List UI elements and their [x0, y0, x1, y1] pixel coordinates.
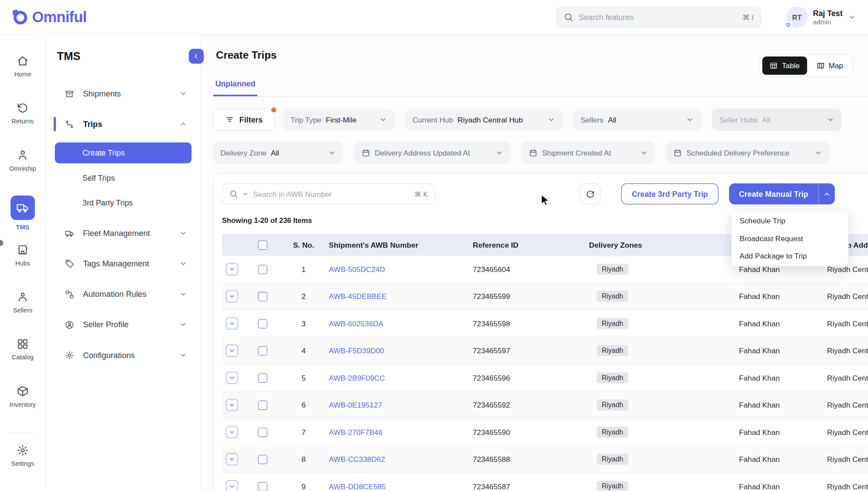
menu-item-schedule-trip[interactable]: Schedule Trip — [732, 212, 848, 229]
shipment-created-dropdown[interactable]: Shipment Created At — [521, 142, 655, 164]
row-serial: 8 — [283, 455, 324, 463]
row-checkbox[interactable] — [257, 373, 267, 383]
table-view-button[interactable]: Table — [762, 56, 807, 75]
sidebar-item-hubs[interactable]: Hubs — [3, 244, 43, 277]
row-checkbox[interactable] — [257, 265, 267, 274]
chevron-down-icon[interactable] — [848, 13, 856, 21]
awb-link[interactable]: AWB-45DEBBEE — [329, 292, 386, 301]
row-checkbox[interactable] — [257, 428, 267, 437]
menu-item-broadcast-request[interactable]: Broadcast Request — [732, 229, 848, 247]
seller-hubs-dropdown[interactable]: Seller Hubs All — [712, 109, 842, 131]
filters-button[interactable]: Filters — [213, 109, 275, 131]
tab-unplanned[interactable]: Unplanned — [213, 79, 257, 96]
sidebar-collapse-button[interactable] — [189, 49, 204, 63]
awb-link[interactable]: AWB-CC338D62 — [329, 455, 385, 463]
row-expand-button[interactable] — [226, 345, 238, 357]
menu-item-fleet-management[interactable]: Fleet Management — [55, 221, 191, 246]
create-manual-trip-split-button: Create Manual Trip — [729, 183, 835, 204]
row-expand-button[interactable] — [226, 426, 238, 438]
trip-type-dropdown[interactable]: Trip Type First-Mile — [284, 109, 394, 131]
row-checkbox[interactable] — [257, 482, 267, 491]
delivery-zone-badge: Riyadh — [597, 454, 628, 464]
sidebar-item-settings[interactable]: Settings — [3, 445, 43, 478]
delivery-zone-badge: Riyadh — [597, 481, 628, 491]
logo[interactable]: Omniful — [12, 9, 86, 26]
sidebar-item-home[interactable]: Home — [3, 55, 43, 88]
global-search[interactable]: ⌘ / — [555, 7, 761, 27]
create-manual-trip-button[interactable]: Create Manual Trip — [729, 183, 818, 204]
submenu-item-3rd-party-trips[interactable]: 3rd Party Trips — [55, 192, 191, 213]
submenu-item-self-trips[interactable]: Self Trips — [55, 167, 191, 188]
row-expand-button[interactable] — [226, 290, 238, 302]
sidebar-item-tms[interactable]: TMS — [3, 196, 43, 230]
configurations-gear-icon — [65, 350, 74, 360]
awb-link[interactable]: AWB-505DC24D — [329, 265, 385, 273]
row-expand-button[interactable] — [226, 480, 238, 491]
customer-name: Fahad Khan — [726, 292, 822, 301]
row-checkbox[interactable] — [257, 319, 267, 328]
customer-name: Fahad Khan — [726, 428, 822, 436]
menu-item-add-package-to-trip[interactable]: Add Package to Trip — [732, 247, 848, 265]
row-checkbox[interactable] — [257, 455, 267, 464]
awb-link[interactable]: AWB-DD8CE585 — [329, 482, 386, 491]
awb-search[interactable]: ⌘ K — [222, 183, 435, 204]
menu-item-seller-profile[interactable]: Seller Profile — [55, 312, 191, 337]
table-row[interactable]: 2 AWB-45DEBBEE 723465599 Riyadh Fahad Kh… — [222, 283, 868, 310]
delivery-zone-badge: Riyadh — [597, 264, 628, 275]
awb-link[interactable]: AWB-F5D39D00 — [329, 346, 384, 355]
current-hub-dropdown[interactable]: Current Hub Riyadh Central Hub — [405, 109, 562, 131]
select-all-checkbox[interactable] — [257, 240, 267, 250]
table-row[interactable]: 5 AWB-2B9F09CC 723465596 Riyadh Fahad Kh… — [222, 365, 868, 391]
row-checkbox[interactable] — [257, 292, 267, 301]
tab-bar: Unplanned — [213, 79, 868, 97]
user-role: admin — [813, 18, 842, 26]
reference-id: 723465588 — [469, 455, 585, 463]
chevron-down-icon — [686, 116, 694, 123]
row-expand-button[interactable] — [226, 263, 238, 275]
table-row[interactable]: 3 AWB-602536DA 723465598 Riyadh Fahad Kh… — [222, 310, 868, 337]
table-row[interactable]: 8 AWB-CC338D62 723465588 Riyadh Fahad Kh… — [222, 446, 868, 473]
refresh-button[interactable] — [580, 183, 601, 204]
sidebar-item-inventory[interactable]: Inventory — [3, 385, 43, 418]
delivery-zone-badge: Riyadh — [597, 291, 628, 302]
table-row[interactable]: 7 AWB-270F7B46 723465590 Riyadh Fahad Kh… — [222, 419, 868, 446]
user-menu[interactable]: RT ⚙ Raj Test admin — [786, 7, 856, 27]
sidebar-item-sellers[interactable]: Sellers — [3, 291, 43, 324]
awb-link[interactable]: AWB-602536DA — [329, 319, 383, 328]
map-icon — [816, 62, 825, 70]
menu-item-tags-management[interactable]: Tags Management — [55, 252, 191, 276]
row-checkbox[interactable] — [257, 346, 267, 355]
menu-item-automation-rules[interactable]: Automation Rules — [55, 282, 191, 306]
table-row[interactable]: 9 AWB-DD8CE585 723465587 Riyadh Fahad Kh… — [222, 473, 868, 491]
row-expand-button[interactable] — [226, 453, 238, 465]
table-row[interactable]: 6 AWB-0E195127 723465592 Riyadh Fahad Kh… — [222, 391, 868, 418]
map-view-button[interactable]: Map — [809, 56, 851, 75]
sellers-dropdown[interactable]: Sellers All — [574, 109, 701, 131]
sidebar-item-returns[interactable]: Returns — [3, 102, 43, 135]
sidebar-item-omniship[interactable]: Omniship — [3, 149, 43, 182]
menu-item-trips[interactable]: Trips — [55, 112, 191, 136]
calendar-icon — [673, 149, 682, 157]
create-manual-trip-caret-button[interactable] — [818, 183, 835, 204]
row-expand-button[interactable] — [226, 399, 238, 411]
row-expand-button[interactable] — [226, 318, 238, 330]
sidebar-item-catalog[interactable]: Catalog — [3, 338, 43, 371]
delivery-address-updated-dropdown[interactable]: Delivery Address Updated At — [354, 142, 511, 164]
global-search-input[interactable] — [579, 13, 737, 21]
row-checkbox[interactable] — [257, 400, 267, 410]
table-row[interactable]: 4 AWB-F5D39D00 723465597 Riyadh Fahad Kh… — [222, 337, 868, 364]
awb-link[interactable]: AWB-0E195127 — [329, 401, 382, 409]
search-icon — [229, 189, 238, 198]
create-3rd-party-trip-button[interactable]: Create 3rd Party Trip — [621, 183, 718, 204]
awb-link[interactable]: AWB-2B9F09CC — [329, 374, 385, 382]
search-scope-chevron-icon[interactable] — [242, 191, 248, 197]
row-expand-button[interactable] — [226, 372, 238, 384]
delivery-zone-dropdown[interactable]: Delivery Zone All — [213, 142, 343, 164]
awb-link[interactable]: AWB-270F7B46 — [329, 428, 383, 436]
menu-item-configurations[interactable]: Configurations — [55, 343, 191, 367]
menu-item-shipments[interactable]: Shipments — [55, 81, 191, 106]
awb-search-input[interactable] — [253, 190, 410, 198]
scheduled-delivery-preference-dropdown[interactable]: Scheduled Delivery Preference — [666, 142, 829, 164]
submenu-item-create-trips[interactable]: Create Trips — [55, 143, 191, 163]
chevron-down-icon — [179, 229, 187, 237]
